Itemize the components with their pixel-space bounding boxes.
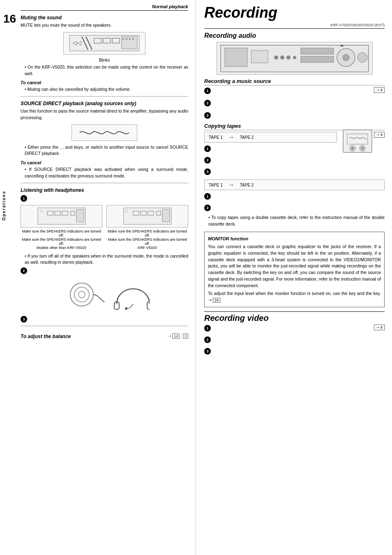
svg-point-38 bbox=[280, 55, 284, 60]
headphone-device-1: Make sure the SPEAKERS indicators are tu… bbox=[21, 205, 102, 250]
recording-title: Recording bbox=[204, 4, 385, 21]
source-direct-body: Use this function to pass the source mat… bbox=[21, 108, 188, 121]
source-direct-image bbox=[71, 124, 137, 141]
video-num-3: 3 bbox=[204, 348, 211, 355]
page-number: 16 bbox=[3, 12, 16, 25]
operations-sidebar: Operations bbox=[0, 164, 7, 246]
source-direct-title: SOURCE DIRECT playback (analog sources o… bbox=[21, 101, 188, 106]
video-num-1: 1 bbox=[204, 325, 211, 332]
headphone-label-2: Make sure the SPEAKERS indicators are tu… bbox=[106, 229, 188, 246]
music-item3: 3 bbox=[204, 112, 385, 119]
svg-rect-41 bbox=[301, 48, 334, 54]
video-item2: 2 bbox=[204, 336, 385, 343]
num-circle-3: 3 bbox=[21, 316, 27, 322]
recording-audio-heading: Recording audio bbox=[204, 32, 385, 39]
headphones-bullet1: If you turn off all of the speakers when… bbox=[21, 253, 188, 266]
svg-rect-36 bbox=[251, 51, 268, 63]
svg-point-28 bbox=[70, 283, 93, 306]
balance-title: To adjust the balance bbox=[21, 334, 71, 339]
headphone-label-1: Make sure the SPEAKERS indicators are tu… bbox=[21, 229, 102, 246]
svg-point-11 bbox=[132, 38, 134, 40]
left-header-title: Normal playback bbox=[152, 4, 188, 9]
svg-rect-35 bbox=[225, 48, 247, 67]
model-label-1: Models other than KRF-V5020 bbox=[21, 246, 102, 250]
copy-arrow-diagram-1: TAPE 1 → TAPE 2 bbox=[204, 132, 337, 143]
svg-point-39 bbox=[286, 55, 291, 60]
copy-num-4: 1 bbox=[204, 193, 211, 200]
divider3 bbox=[21, 326, 188, 326]
recording-video-ref: ➝ 8 bbox=[374, 325, 385, 330]
copy-arrow-diagram-2: TAPE 1 → TAPE 2 bbox=[204, 180, 385, 190]
svg-point-9 bbox=[126, 38, 127, 40]
headphones-item1: 1 bbox=[21, 195, 188, 202]
headphone-speaker-image bbox=[21, 277, 188, 312]
headphones-devices-row: Make sure the SPEAKERS indicators are tu… bbox=[21, 205, 188, 250]
left-column: Operations Normal playback 16 Muting the… bbox=[0, 0, 196, 555]
monitor-text1: You can connect a cassette deck or graph… bbox=[208, 244, 381, 289]
muting-device-image: ◁◁ bbox=[63, 32, 145, 55]
music-num-3: 3 bbox=[204, 112, 211, 119]
copy-item4: 1 bbox=[204, 193, 385, 200]
recording-music-ref: ➝ 8 bbox=[374, 87, 385, 93]
headphones-title: Listening with headphones bbox=[21, 187, 188, 193]
model-label-2: KRF-V5020 bbox=[106, 246, 188, 250]
music-item1: 1 bbox=[204, 87, 374, 94]
copying-tapes-ref: ➝ 8 bbox=[374, 132, 385, 138]
num-circle-1: 1 bbox=[21, 195, 27, 202]
svg-point-45 bbox=[357, 53, 367, 62]
svg-point-50 bbox=[351, 147, 354, 150]
svg-point-37 bbox=[274, 55, 278, 60]
copy-item1: 1 bbox=[204, 145, 337, 152]
muting-bullet1: On the KRF-V5020, this selection can be … bbox=[21, 64, 188, 77]
svg-point-33 bbox=[125, 307, 127, 310]
svg-point-40 bbox=[293, 56, 296, 59]
copy-num-5: 2 bbox=[204, 205, 211, 211]
left-header: Normal playback bbox=[21, 4, 188, 11]
muting-body: MUTE lets you mute the sound of the spea… bbox=[21, 22, 188, 29]
copy-item3: 3 bbox=[204, 168, 385, 175]
monitor-box: MONITOR function You can connect a casse… bbox=[204, 232, 385, 307]
muting-cancel-bullet: Muting can also be cancelled by adjustin… bbox=[21, 86, 188, 93]
copy-num-2: 2 bbox=[204, 157, 211, 164]
copy-num-3: 3 bbox=[204, 168, 211, 175]
svg-rect-19 bbox=[76, 210, 84, 222]
headphone-device-2: Make sure the SPEAKERS indicators are tu… bbox=[106, 205, 188, 250]
video-item3: 3 bbox=[204, 348, 385, 355]
copy-bullet1: To copy tapes using a double cassette de… bbox=[204, 214, 385, 228]
svg-point-30 bbox=[78, 291, 85, 298]
muting-title: Muting the sound bbox=[21, 15, 188, 21]
monitor-title: MONITOR function bbox=[208, 235, 381, 242]
balance-ref: ➝ 14 3 bbox=[168, 334, 188, 338]
svg-text:◁◁: ◁◁ bbox=[72, 39, 81, 46]
source-direct-cancel-title: To cancel bbox=[21, 160, 188, 165]
source-direct-bullet1: Either press the , , and keys, or switch… bbox=[21, 144, 188, 157]
svg-rect-27 bbox=[162, 210, 170, 222]
muting-cancel-title: To cancel bbox=[21, 80, 188, 85]
headphones-item2: 2 bbox=[21, 267, 188, 274]
svg-point-8 bbox=[122, 38, 124, 40]
music-num-2: 2 bbox=[204, 100, 211, 106]
divider2 bbox=[21, 183, 188, 183]
monitor-text2: To adjust the input level when the monit… bbox=[208, 290, 381, 304]
copy-item5: 2 bbox=[204, 204, 385, 211]
operations-label: Operations bbox=[2, 191, 6, 221]
svg-point-51 bbox=[361, 147, 364, 150]
svg-point-29 bbox=[74, 287, 89, 302]
source-direct-cancel-bullet: If SOURCE DIRECT playback was activated … bbox=[21, 166, 188, 180]
video-item1: 1 bbox=[204, 325, 374, 332]
recording-video-section: Recording video ➝ 8 1 2 3 bbox=[204, 311, 385, 355]
headphones-item3: 3 bbox=[21, 315, 188, 322]
music-item2: 2 bbox=[204, 99, 385, 106]
svg-rect-42 bbox=[301, 56, 334, 62]
right-column: Recording KRF-V7020/V6020/V5020 (En/T) R… bbox=[196, 0, 392, 555]
model-info: KRF-V7020/V6020/V5020 (En/T) bbox=[204, 23, 385, 29]
headphone-device-image-1 bbox=[21, 205, 102, 228]
tape-image bbox=[341, 128, 374, 155]
svg-point-10 bbox=[129, 38, 131, 40]
headphone-device-image-2 bbox=[106, 205, 188, 228]
copy-num-1: 1 bbox=[204, 145, 211, 152]
copy-item2: 2 bbox=[204, 157, 385, 164]
divider1 bbox=[21, 96, 188, 97]
receiver-image bbox=[217, 42, 373, 75]
blinks-label: Blinks bbox=[21, 58, 188, 62]
